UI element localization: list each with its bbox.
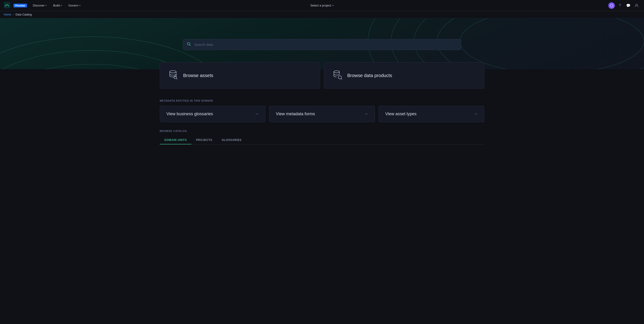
metadata-section: METADATA ENTITIES IN THIS DOMAIN View bu… bbox=[160, 96, 484, 122]
chat-icon: 💬 bbox=[626, 3, 630, 8]
view-asset-types-label: View asset types bbox=[385, 112, 416, 116]
select-project[interactable]: Select a project ▾ bbox=[310, 4, 334, 7]
discover-menu[interactable]: Discover ▾ bbox=[30, 3, 49, 8]
svg-point-11 bbox=[170, 71, 176, 73]
browse-cards-grid: Browse assets Browse data products bbox=[160, 62, 484, 89]
asset-types-arrow-icon: → bbox=[474, 112, 478, 116]
catalog-section-title: BROWSE CATALOG bbox=[160, 130, 484, 132]
breadcrumb-home[interactable]: Home bbox=[4, 13, 11, 16]
catalog-tabs: DOMAIN UNITS PROJECTS GLOSSARIES bbox=[160, 136, 484, 145]
shield-icon bbox=[608, 2, 615, 9]
tab-projects[interactable]: PROJECTS bbox=[192, 136, 217, 145]
browse-assets-icon bbox=[168, 69, 178, 82]
view-business-glossaries-label: View business glossaries bbox=[166, 112, 213, 116]
breadcrumb-separator: > bbox=[12, 13, 14, 16]
search-icon bbox=[186, 42, 191, 47]
help-icon-btn[interactable]: ? bbox=[616, 2, 624, 9]
build-chevron-icon: ▾ bbox=[61, 4, 62, 7]
search-input[interactable] bbox=[183, 39, 461, 50]
business-glossaries-arrow-icon: → bbox=[254, 112, 259, 116]
view-business-glossaries-card[interactable]: View business glossaries → bbox=[160, 106, 266, 122]
shield-icon-btn[interactable] bbox=[608, 2, 615, 9]
metadata-cards-grid: View business glossaries → View metadata… bbox=[160, 106, 484, 122]
user-icon bbox=[634, 3, 639, 8]
catalog-section: BROWSE CATALOG DOMAIN UNITS PROJECTS GLO… bbox=[160, 130, 484, 145]
browse-assets-label: Browse assets bbox=[183, 73, 213, 78]
user-icon-btn[interactable] bbox=[633, 2, 640, 9]
browse-data-products-icon bbox=[332, 69, 343, 82]
metadata-section-title: METADATA ENTITIES IN THIS DOMAIN bbox=[160, 99, 484, 102]
svg-point-5 bbox=[437, 18, 644, 69]
view-asset-types-card[interactable]: View asset types → bbox=[378, 106, 484, 122]
preview-badge: Preview bbox=[14, 4, 27, 7]
govern-chevron-icon: ▾ bbox=[79, 4, 80, 7]
svg-point-6 bbox=[460, 18, 644, 69]
project-chevron-icon: ▾ bbox=[332, 4, 334, 7]
browse-data-products-card[interactable]: Browse data products bbox=[324, 62, 484, 89]
svg-point-9 bbox=[0, 64, 184, 69]
govern-menu[interactable]: Govern ▾ bbox=[66, 3, 83, 8]
browse-data-products-label: Browse data products bbox=[347, 73, 392, 78]
discover-chevron-icon: ▾ bbox=[46, 4, 46, 7]
main-content: Browse assets Browse data products METAD… bbox=[0, 69, 644, 154]
view-metadata-forms-label: View metadata forms bbox=[276, 112, 315, 116]
svg-point-13 bbox=[334, 71, 340, 73]
view-metadata-forms-card[interactable]: View metadata forms → bbox=[269, 106, 375, 122]
build-menu[interactable]: Build ▾ bbox=[51, 3, 64, 8]
tab-glossaries[interactable]: GLOSSARIES bbox=[217, 136, 246, 145]
breadcrumb: Home > Data Catalog bbox=[0, 11, 644, 18]
svg-point-12 bbox=[174, 76, 177, 79]
chat-icon-btn[interactable]: 💬 bbox=[624, 2, 632, 9]
logo[interactable] bbox=[4, 2, 10, 9]
metadata-forms-arrow-icon: → bbox=[364, 112, 368, 116]
svg-point-14 bbox=[338, 76, 342, 79]
breadcrumb-current: Data Catalog bbox=[16, 13, 32, 16]
help-icon: ? bbox=[619, 3, 621, 8]
hero-section bbox=[0, 18, 644, 69]
tab-domain-units[interactable]: DOMAIN UNITS bbox=[160, 136, 192, 145]
top-nav: Preview Discover ▾ Build ▾ Govern ▾ Sele… bbox=[0, 0, 644, 11]
browse-assets-card[interactable]: Browse assets bbox=[160, 62, 320, 89]
